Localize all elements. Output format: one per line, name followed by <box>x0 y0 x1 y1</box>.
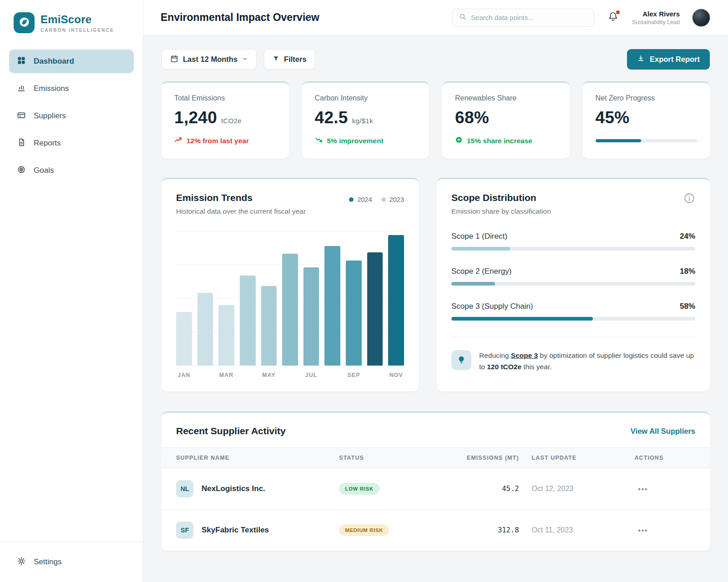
notifications-button[interactable] <box>606 10 620 25</box>
supplier-cell: SF SkyFabric Textiles <box>176 522 339 539</box>
app-root: EmiScore CARBON INTELLIGENCE Dashboard E… <box>0 0 728 582</box>
date-range-dropdown[interactable]: Last 12 Months <box>162 49 257 70</box>
bar-mar <box>218 231 234 366</box>
supplier-initials-avatar: NL <box>176 480 193 497</box>
sidebar-item-emissions[interactable]: Emissions <box>9 77 134 100</box>
download-icon <box>637 55 645 64</box>
scope-row-1: Scope 1 (Direct) 24% <box>451 232 695 251</box>
brand-logo <box>14 12 35 33</box>
sidebar-item-label: Reports <box>34 139 61 148</box>
sidebar-item-reports[interactable]: Reports <box>9 131 134 155</box>
scope-row-top: Scope 3 (Supply Chain) 58% <box>451 302 695 311</box>
stat-delta: 5% improvement <box>315 136 417 146</box>
emission-trends-chart <box>176 231 404 366</box>
stats-row: Total Emissions 1,240 tCO2e 12% from las… <box>162 81 710 159</box>
sidebar-item-settings[interactable]: Settings <box>9 550 134 574</box>
scope-fill <box>451 317 593 321</box>
scope-3-link[interactable]: Scope 3 <box>511 351 538 359</box>
suppliers-head: Recent Supplier Activity View All Suppli… <box>162 413 710 447</box>
stat-card-total-emissions: Total Emissions 1,240 tCO2e 12% from las… <box>162 81 289 159</box>
toolbar: Last 12 Months Filters Export Report <box>162 49 710 70</box>
scope-row-2: Scope 2 (Energy) 18% <box>451 267 695 286</box>
scope-row-top: Scope 2 (Energy) 18% <box>451 267 695 276</box>
x-axis-label: MAR <box>218 372 234 378</box>
filters-button[interactable]: Filters <box>264 49 315 70</box>
more-options-button[interactable]: ••• <box>634 483 652 495</box>
avatar[interactable] <box>692 8 711 27</box>
stat-delta: 12% from last year <box>174 136 276 146</box>
tip-text: Reducing Scope 3 by optimization of supp… <box>479 350 695 373</box>
scope-rows: Scope 1 (Direct) 24% Scope 2 (Energy) 18… <box>451 232 695 321</box>
scope-distribution-card: Scope Distribution Emission share by cla… <box>437 178 710 391</box>
bar-jan <box>176 231 192 366</box>
stat-label: Total Emissions <box>174 94 276 102</box>
emission-trends-card: Emission Trends Historical data over the… <box>162 178 419 391</box>
view-all-suppliers-link[interactable]: View All Suppliers <box>631 427 695 436</box>
brand-text: EmiScore CARBON INTELLIGENCE <box>40 13 114 33</box>
col-supplier-name: SUPPLIER NAME <box>176 455 339 461</box>
user-meta: Alex Rivers Sustainability Lead <box>632 10 680 25</box>
supplier-name: SkyFabric Textiles <box>202 526 269 535</box>
scope-label: Scope 2 (Energy) <box>451 267 511 276</box>
user-role: Sustainability Lead <box>632 19 680 25</box>
scope-tip: Reducing Scope 3 by optimization of supp… <box>451 350 695 373</box>
calendar-icon <box>170 55 178 65</box>
scope-fill <box>451 247 510 251</box>
stat-card-net-zero-progress: Net Zero Progress 45% <box>583 81 710 159</box>
scope-track <box>451 317 695 321</box>
scope-row-3: Scope 3 (Supply Chain) 58% <box>451 302 695 321</box>
stat-card-carbon-intensity: Carbon Intensity 42.5 kg/$1k 5% improvem… <box>302 81 430 159</box>
supplier-initials-avatar: SF <box>176 522 193 539</box>
scope-track <box>451 247 695 251</box>
sidebar-item-suppliers[interactable]: Suppliers <box>9 104 134 128</box>
x-axis-label <box>324 372 340 378</box>
net-zero-progress-track <box>596 139 698 142</box>
stat-label: Net Zero Progress <box>596 94 698 102</box>
x-axis-label: MAY <box>261 372 277 378</box>
status-badge: MEDIUM RISK <box>339 524 389 536</box>
sidebar-item-goals[interactable]: Goals <box>9 159 134 182</box>
emission-trends-title: Emission Trends <box>176 192 306 203</box>
bar-feb <box>197 231 213 366</box>
wallet-icon <box>17 110 26 122</box>
x-axis-label: JUL <box>303 372 319 378</box>
table-header: SUPPLIER NAME STATUS EMISSIONS (MT) LAST… <box>162 447 710 468</box>
stat-delta: 15% share increase <box>455 136 557 146</box>
sidebar-item-dashboard[interactable]: Dashboard <box>9 50 134 73</box>
stat-value: 42.5 kg/$1k <box>315 108 417 127</box>
bar-apr <box>240 231 256 366</box>
content: Last 12 Months Filters Export Report <box>143 35 728 582</box>
emission-trends-head: Emission Trends Historical data over the… <box>176 192 404 216</box>
sidebar-item-label: Goals <box>34 166 54 175</box>
export-report-button[interactable]: Export Report <box>627 49 710 70</box>
status-badge: LOW RISK <box>339 483 379 495</box>
brand-tagline: CARBON INTELLIGENCE <box>40 28 114 33</box>
x-axis-label <box>282 372 298 378</box>
lightbulb-icon <box>451 350 471 370</box>
scope-track <box>451 282 695 286</box>
sidebar-footer: Settings <box>0 542 143 582</box>
actions-cell: ••• <box>634 525 695 536</box>
x-axis-label <box>367 372 383 378</box>
stat-unit: kg/$1k <box>352 117 373 125</box>
notification-dot <box>616 10 620 14</box>
leaf-icon <box>18 16 30 30</box>
bar-sep <box>346 231 362 366</box>
emission-bars <box>176 231 404 366</box>
info-icon[interactable] <box>683 192 695 204</box>
chevron-down-icon <box>242 55 248 64</box>
main: Environmental Impact Overview Alex River… <box>143 0 728 582</box>
sidebar-item-label: Suppliers <box>34 111 66 120</box>
emission-x-labels: JANMARMAYJULSEPNOV <box>176 372 404 378</box>
last-update: Oct 11, 2023 <box>532 526 635 534</box>
bell-icon <box>608 15 618 23</box>
more-options-button[interactable]: ••• <box>634 525 652 536</box>
x-axis-label <box>240 372 256 378</box>
search-box <box>452 9 594 27</box>
search-input[interactable] <box>471 14 588 21</box>
brand-name: EmiScore <box>40 13 114 26</box>
search-icon <box>459 13 467 23</box>
x-axis-label: SEP <box>346 372 362 378</box>
scope-label: Scope 3 (Supply Chain) <box>451 302 533 311</box>
page-title: Environmental Impact Overview <box>161 11 319 24</box>
